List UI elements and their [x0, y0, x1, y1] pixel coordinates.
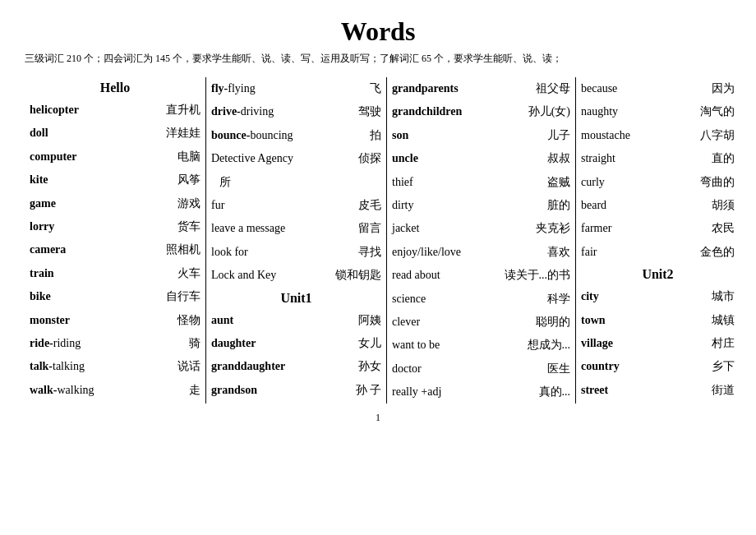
word-chinese: 锁和钥匙	[335, 266, 381, 284]
word-english: doctor	[392, 360, 544, 378]
word-chinese: 夹克衫	[536, 219, 570, 238]
list-item: jacket夹克衫	[390, 217, 572, 240]
list-item: read about读关于...的书	[390, 264, 572, 287]
list-item: kite风筝	[28, 168, 202, 191]
list-item: aunt阿姨	[210, 309, 383, 332]
word-chinese: 农民	[712, 219, 735, 238]
list-item: town城镇	[579, 309, 736, 332]
word-chinese: 火车	[177, 265, 201, 283]
word-english: fur	[211, 196, 355, 214]
word-english: fly-flying	[211, 80, 366, 98]
word-chinese: 驾驶	[358, 103, 381, 121]
list-item: fair金色的	[579, 241, 736, 264]
list-item: uncle叔叔	[390, 147, 572, 170]
word-chinese: 走	[189, 381, 201, 399]
word-english: grandchildren	[392, 103, 525, 121]
word-chinese: 街道	[712, 381, 735, 399]
word-chinese: 侦探	[358, 150, 381, 168]
word-chinese: 真的...	[539, 383, 571, 401]
list-item: clever聪明的	[390, 311, 572, 334]
list-item: thief盗贼	[390, 171, 572, 194]
word-english: son	[392, 127, 544, 145]
word-english: want to be	[392, 336, 524, 354]
word-english: clever	[392, 313, 532, 331]
word-chinese: 喜欢	[547, 243, 570, 261]
list-item: really +adj真的...	[390, 380, 572, 404]
list-item: talk-talking说话	[28, 355, 202, 378]
word-chinese: 直升机	[166, 101, 201, 119]
word-chinese: 城市	[712, 288, 735, 306]
list-item: leave a message留言	[210, 217, 383, 240]
list-item: country乡下	[579, 355, 736, 378]
word-chinese: 孙 子	[356, 381, 382, 399]
word-chinese: 洋娃娃	[166, 124, 201, 142]
word-english: thief	[392, 173, 544, 191]
word-english: jacket	[392, 219, 532, 238]
list-item: moustache八字胡	[579, 124, 736, 147]
word-english: 所	[211, 173, 381, 191]
word-english: doll	[30, 124, 163, 142]
list-item: beard胡须	[579, 194, 736, 217]
list-item: naughty淘气的	[579, 100, 736, 123]
word-english: dirty	[392, 196, 544, 214]
word-chinese: 拍	[370, 127, 381, 145]
word-chinese: 货车	[177, 218, 201, 236]
word-chinese: 弯曲的	[700, 173, 735, 191]
list-item: city城市	[579, 285, 736, 308]
word-chinese: 村庄	[712, 334, 735, 353]
word-english: bounce-bouncing	[211, 127, 366, 145]
list-item: want to be想成为...	[390, 334, 572, 357]
word-english: village	[581, 334, 708, 353]
column-2: fly-flying飞drive-driving驾驶bounce-bouncin…	[205, 77, 386, 404]
word-english: monster	[30, 311, 174, 330]
section-header: Hello	[28, 77, 202, 99]
word-english: leave a message	[211, 219, 355, 238]
word-english: city	[581, 288, 708, 306]
list-item: science科学	[390, 288, 572, 311]
column-1: Hellohelicopter直升机doll洋娃娃computer电脑kite风…	[25, 77, 205, 404]
word-chinese: 直的	[712, 150, 735, 168]
word-chinese: 儿子	[547, 127, 570, 145]
word-chinese: 想成为...	[528, 336, 571, 354]
word-chinese: 胡须	[712, 196, 735, 214]
word-chinese: 骑	[189, 334, 201, 353]
word-english: curly	[581, 173, 697, 191]
list-item: grandparents祖父母	[390, 77, 572, 100]
main-grid: Hellohelicopter直升机doll洋娃娃computer电脑kite风…	[25, 77, 731, 404]
list-item: farmer农民	[579, 217, 736, 240]
word-chinese: 金色的	[700, 243, 735, 261]
list-item: walk-walking走	[28, 379, 202, 402]
list-item: 所	[210, 171, 383, 194]
word-english: camera	[30, 241, 163, 259]
section-header: Unit2	[579, 264, 736, 285]
list-item: grandson孙 子	[210, 379, 383, 402]
page-title: Words	[25, 16, 731, 47]
word-english: because	[581, 80, 708, 98]
list-item: bike自行车	[28, 285, 202, 308]
word-chinese: 盗贼	[547, 173, 570, 191]
list-item: Detective Agency侦探	[210, 147, 383, 170]
word-chinese: 照相机	[166, 241, 201, 259]
list-item: fly-flying飞	[210, 77, 383, 100]
word-english: daughter	[211, 334, 355, 353]
word-english: science	[392, 290, 544, 308]
list-item: granddaughter孙女	[210, 355, 383, 378]
word-chinese: 自行车	[166, 288, 201, 306]
list-item: doll洋娃娃	[28, 122, 202, 145]
list-item: doctor医生	[390, 357, 572, 380]
word-english: Detective Agency	[211, 150, 355, 168]
word-english: game	[30, 195, 174, 213]
list-item: camera照相机	[28, 238, 202, 261]
word-english: fair	[581, 243, 697, 261]
list-item: grandchildren孙儿(女)	[390, 100, 572, 123]
subtitle: 三级词汇 210 个；四会词汇为 145 个，要求学生能听、说、读、写、运用及听…	[25, 52, 731, 66]
word-english: moustache	[581, 127, 697, 145]
list-item: dirty脏的	[390, 194, 572, 217]
word-chinese: 孙女	[358, 357, 381, 376]
word-chinese: 城镇	[712, 311, 735, 330]
word-chinese: 乡下	[712, 357, 735, 376]
list-item: curly弯曲的	[579, 171, 736, 194]
word-english: naughty	[581, 103, 697, 121]
word-english: granddaughter	[211, 357, 355, 376]
word-english: street	[581, 381, 708, 399]
